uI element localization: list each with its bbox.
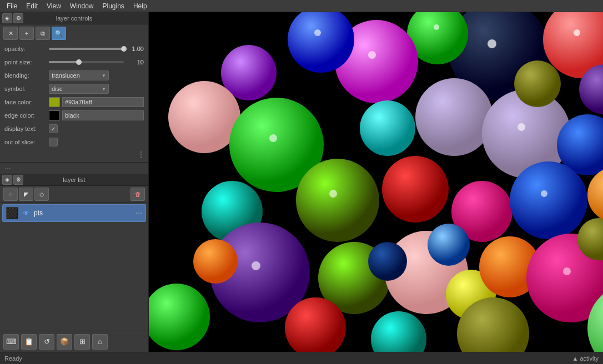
add-layer-btn[interactable]: +	[19, 27, 34, 40]
layer-controls-header: ◈ ⚙ layer controls	[0, 12, 148, 24]
package-btn[interactable]: 📦	[57, 334, 72, 350]
symbol-row: symbol: disc ▼	[0, 82, 148, 95]
layer-list-settings-btn[interactable]: ⚙	[13, 175, 23, 185]
shapes-tool-btn[interactable]: ◤	[19, 188, 33, 201]
display-text-label: display text:	[4, 125, 49, 132]
layer-controls-title: layer controls	[56, 15, 92, 22]
edge-color-text[interactable]: black	[62, 110, 144, 120]
bottom-toolbar: ⌨ 📋 ↺ 📦 ⊞ ⌂	[0, 331, 148, 352]
display-text-row: display text: ✓	[0, 122, 148, 135]
blending-dropdown[interactable]: translucen ▼	[49, 70, 109, 80]
point-size-number: 10	[126, 59, 144, 65]
face-color-label: face color:	[4, 99, 49, 105]
ball-highlight	[541, 190, 547, 197]
remove-btn[interactable]: ✕	[3, 27, 18, 40]
delete-layer-btn[interactable]: 🗑	[130, 188, 145, 201]
blending-arrow: ▼	[102, 73, 106, 78]
symbol-value: disc ▼	[49, 84, 144, 94]
activity-button[interactable]: ▲ activity	[572, 355, 599, 362]
opacity-slider-track[interactable]	[49, 48, 124, 50]
face-color-text[interactable]: #93a70aff	[62, 97, 144, 107]
blending-label: blending:	[4, 72, 49, 79]
ball	[371, 311, 426, 352]
ball-highlight	[368, 51, 376, 59]
ball-highlight	[329, 190, 337, 198]
ball-highlight	[574, 29, 580, 36]
edge-color-label: edge color:	[4, 112, 49, 119]
balls-svg	[149, 12, 603, 352]
blending-selected: translucen	[52, 72, 80, 79]
menu-edit[interactable]: Edit	[22, 1, 42, 11]
more-options-dots[interactable]: ⋮	[0, 149, 148, 160]
symbol-dropdown[interactable]: disc ▼	[49, 84, 109, 94]
layer-list-toolbar: ⁘ ◤ ◇ 🗑	[0, 186, 148, 203]
edge-color-row: edge color: black	[0, 109, 148, 122]
out-of-slice-checkbox[interactable]	[49, 138, 58, 146]
face-color-swatch[interactable]	[49, 97, 60, 107]
opacity-row: opacity: 1.00	[0, 42, 148, 55]
menu-window[interactable]: Window	[66, 1, 98, 11]
menu-help[interactable]: Help	[129, 1, 152, 11]
controls-toolbar: ✕ + ⧉ 🔍	[0, 24, 148, 42]
layer-visibility-toggle[interactable]: 👁	[21, 208, 32, 219]
face-color-value: #93a70aff	[49, 97, 144, 107]
opacity-thumb[interactable]	[121, 46, 127, 52]
layer-controls-section: ◈ ⚙ layer controls ✕ + ⧉ 🔍 opacity:	[0, 12, 148, 163]
layer-thumbnail	[6, 207, 18, 219]
layer-list-header: ◈ ⚙ layer list	[0, 174, 148, 186]
labels-tool-btn[interactable]: ◇	[34, 188, 49, 201]
ball-highlight	[314, 29, 321, 36]
ball	[368, 242, 407, 281]
activity-arrow: ▲	[572, 355, 578, 362]
main-area: ◈ ⚙ layer controls ✕ + ⧉ 🔍 opacity:	[0, 12, 603, 352]
ball-highlight	[269, 134, 277, 142]
activity-label: activity	[580, 355, 599, 362]
clipboard-btn[interactable]: 📋	[21, 334, 37, 350]
layer-expand-btn[interactable]: ⋯	[135, 209, 142, 217]
menu-view[interactable]: View	[42, 1, 66, 11]
left-panel: ◈ ⚙ layer controls ✕ + ⧉ 🔍 opacity:	[0, 12, 149, 352]
point-size-label: point size:	[4, 59, 49, 65]
console-btn[interactable]: ⌨	[3, 334, 19, 350]
edge-color-value: black	[49, 110, 144, 120]
ball	[587, 167, 603, 223]
layer-list-pin-btn[interactable]: ◈	[2, 175, 12, 185]
ball-highlight	[252, 261, 260, 270]
layer-item-pts[interactable]: 👁 pts ⋯	[2, 204, 146, 222]
menubar: File Edit View Window Plugins Help	[0, 0, 603, 12]
display-text-checkbox[interactable]: ✓	[49, 124, 58, 133]
statusbar: Ready ▲ activity	[0, 352, 603, 364]
out-of-slice-label: out of slice:	[4, 139, 49, 145]
out-of-slice-value	[49, 138, 144, 146]
points-tool-btn[interactable]: ⁘	[3, 188, 18, 201]
viewport[interactable]	[149, 12, 603, 352]
face-color-row: face color: #93a70aff	[0, 95, 148, 109]
copy-layer-btn[interactable]: ⧉	[36, 27, 50, 40]
home-btn[interactable]: ⌂	[92, 334, 108, 350]
opacity-label: opacity:	[4, 46, 49, 52]
settings-btn[interactable]: ⚙	[13, 13, 23, 23]
blending-value: translucen ▼	[49, 70, 144, 80]
menu-file[interactable]: File	[2, 1, 22, 11]
ball	[296, 159, 379, 242]
pin-btn[interactable]: ◈	[2, 13, 12, 23]
refresh-btn[interactable]: ↺	[39, 334, 54, 350]
out-of-slice-row: out of slice:	[0, 135, 148, 149]
ball-highlight	[563, 267, 571, 275]
symbol-selected: disc	[52, 85, 63, 92]
ball	[382, 156, 449, 223]
ball	[193, 239, 238, 284]
ball	[510, 161, 587, 239]
point-size-slider-track[interactable]	[49, 61, 124, 63]
point-size-row: point size: 10	[0, 55, 148, 69]
layer-list-section: ◈ ⚙ layer list ⁘ ◤ ◇ 🗑 👁 pts ⋯	[0, 174, 148, 331]
layer-name: pts	[34, 209, 135, 217]
search-layer-btn[interactable]: 🔍	[52, 27, 66, 40]
point-size-fill	[49, 61, 79, 63]
blending-row: blending: translucen ▼	[0, 69, 148, 82]
symbol-arrow: ▼	[102, 87, 106, 92]
point-size-thumb[interactable]	[76, 59, 82, 65]
edge-color-swatch[interactable]	[49, 110, 60, 120]
grid-btn[interactable]: ⊞	[74, 334, 90, 350]
menu-plugins[interactable]: Plugins	[98, 1, 129, 11]
